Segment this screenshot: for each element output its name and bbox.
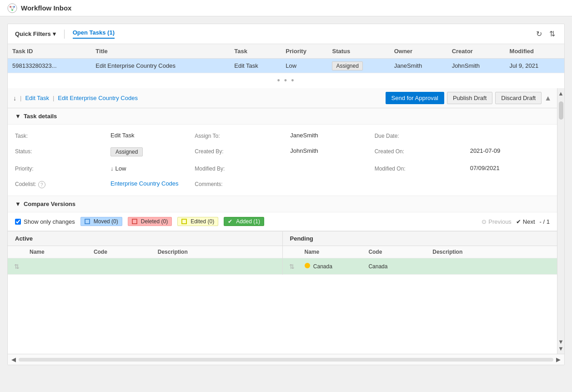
pending-side: Pending Name Code Description ⇅	[282, 231, 557, 275]
breadcrumb-link-edit-task[interactable]: Edit Task	[25, 95, 49, 101]
col-owner: Owner	[390, 44, 447, 59]
col-modified: Modified	[505, 44, 564, 59]
next-button[interactable]: ✔ Next	[516, 218, 535, 225]
edited-filter-label: Edited (0)	[191, 218, 214, 225]
scroll-down-arrow[interactable]: ▼	[558, 338, 564, 345]
codelist-help-icon[interactable]: ?	[38, 181, 45, 188]
pending-desc-0	[429, 264, 557, 269]
table-row[interactable]: 598133280323... Edit Enterprise Country …	[8, 59, 564, 73]
active-desc-0	[154, 264, 282, 269]
task-label: Task:	[15, 132, 106, 139]
task-details-section-header[interactable]: ▼ Task details	[8, 108, 557, 125]
pending-code-0: Canada	[365, 261, 429, 272]
codelist-value: Enterprise Country Codes	[110, 180, 190, 188]
col-status: Status	[327, 44, 389, 59]
quick-filters-label: Quick Filters	[15, 30, 51, 37]
nav-btns: ⊙ Previous ✔ Next - / 1	[482, 218, 550, 225]
active-col-code: Code	[90, 246, 154, 258]
pending-col-code: Code	[365, 246, 429, 258]
active-col-desc: Description	[154, 246, 282, 258]
codelist-label: Codelist: ?	[15, 180, 106, 188]
compare-versions-header[interactable]: ▼ Compare Versions	[8, 196, 557, 212]
created-by-value: JohnSmith	[290, 147, 370, 156]
assign-to-value: JaneSmith	[290, 132, 370, 139]
action-bar: ↓ | Edit Task | Edit Enterprise Country …	[8, 88, 557, 108]
outer-layout: ↓ | Edit Task | Edit Enterprise Country …	[8, 88, 564, 354]
compare-versions-title: Compare Versions	[24, 201, 75, 207]
dots-divider: • • •	[8, 73, 564, 88]
app-logo-icon	[7, 3, 17, 13]
created-on-value: 2021-07-09	[470, 147, 550, 156]
moved-filter-label: Moved (0)	[94, 218, 118, 225]
task-value: Edit Task	[110, 132, 190, 139]
task-details-title: Task details	[24, 113, 57, 120]
horizontal-scrollbar-track[interactable]	[19, 358, 553, 362]
bottom-space	[8, 275, 557, 311]
cell-title: Edit Enterprise Country Codes	[91, 59, 230, 73]
col-creator: Creator	[447, 44, 505, 59]
status-badge-detail: Assigned	[110, 147, 143, 156]
discard-draft-button[interactable]: Discard Draft	[495, 92, 542, 104]
quick-filters-button[interactable]: Quick Filters ▾	[15, 30, 56, 37]
assign-to-label: Assign To:	[195, 132, 286, 139]
main-container: Quick Filters ▾ Open Tasks (1) ↻ ⇅ Task …	[7, 24, 565, 365]
breadcrumb-link-edit-enterprise[interactable]: Edit Enterprise Country Codes	[58, 95, 138, 101]
back-button[interactable]: ↓	[13, 95, 16, 102]
scroll-left-arrow[interactable]: ◀	[11, 356, 16, 363]
active-code-0	[90, 264, 154, 269]
priority-value: ↓ Low	[110, 165, 190, 172]
open-tasks-tab[interactable]: Open Tasks (1)	[73, 29, 115, 39]
created-on-label: Created On:	[375, 147, 466, 156]
compare-filter-row: Show only changes Moved (0) Deleted (0) …	[8, 212, 557, 231]
app-title: Workflow Inbox	[21, 4, 71, 12]
task-details-collapse-icon: ▼	[15, 113, 21, 120]
sort-button[interactable]: ⇅	[547, 29, 557, 39]
col-task: Task	[230, 44, 281, 59]
show-only-changes-input[interactable]	[15, 219, 21, 225]
show-only-changes-checkbox[interactable]: Show only changes	[15, 218, 75, 225]
due-date-value	[470, 132, 550, 139]
moved-filter-tag[interactable]: Moved (0)	[80, 217, 122, 226]
active-drag-handle-0: ⇅	[8, 260, 26, 273]
right-scrollbar[interactable]: ▲ ▼ ▼	[557, 88, 564, 354]
scroll-up-button[interactable]: ▲	[544, 92, 552, 104]
added-filter-tag[interactable]: ✔ Added (1)	[224, 217, 264, 226]
task-details-body: Task: Edit Task Assign To: JaneSmith Due…	[8, 125, 557, 196]
scroll-down-arrow2[interactable]: ▼	[558, 345, 564, 352]
edited-filter-box	[181, 219, 187, 224]
detail-scroll[interactable]: ▼ Task details Task: Edit Task Assign To…	[8, 108, 557, 354]
svg-point-0	[8, 4, 17, 13]
bottom-scroll-bar: ◀ ▶	[8, 354, 564, 365]
status-badge: Assigned	[332, 61, 362, 70]
priority-arrow-icon: ↓	[110, 165, 114, 172]
cell-creator: JohnSmith	[447, 59, 505, 73]
edited-filter-tag[interactable]: Edited (0)	[177, 217, 218, 226]
pending-col-headers: Name Code Description	[283, 246, 557, 258]
modified-on-label: Modified On:	[375, 165, 466, 172]
task-table: Task ID Title Task Priority Status Owner…	[8, 44, 564, 73]
previous-button[interactable]: ⊙ Previous	[482, 218, 512, 225]
added-dot-icon	[305, 263, 310, 268]
filter-divider	[64, 30, 65, 39]
scroll-right-arrow[interactable]: ▶	[556, 356, 561, 363]
compare-collapse-icon: ▼	[15, 201, 21, 207]
refresh-button[interactable]: ↻	[534, 29, 544, 39]
publish-draft-button[interactable]: Publish Draft	[447, 92, 492, 104]
content-area: ↓ | Edit Task | Edit Enterprise Country …	[8, 88, 557, 354]
scroll-up-arrow[interactable]: ▲	[558, 90, 564, 97]
codelist-link[interactable]: Enterprise Country Codes	[110, 180, 179, 187]
task-details-grid: Task: Edit Task Assign To: JaneSmith Due…	[15, 132, 550, 188]
deleted-filter-tag[interactable]: Deleted (0)	[128, 217, 172, 226]
active-row-0: ⇅	[8, 258, 282, 275]
task-table-container: Task ID Title Task Priority Status Owner…	[8, 44, 564, 73]
col-task-id: Task ID	[8, 44, 91, 59]
comments-value	[290, 180, 370, 188]
active-col-headers: Name Code Description	[8, 246, 282, 258]
priority-text: Low	[115, 165, 126, 172]
send-for-approval-button[interactable]: Send for Approval	[386, 92, 444, 104]
cell-modified: Jul 9, 2021	[505, 59, 564, 73]
active-name-0	[26, 264, 90, 269]
created-by-label: Created By:	[195, 147, 286, 156]
status-value: Assigned	[110, 147, 190, 156]
svg-line-5	[10, 7, 12, 10]
